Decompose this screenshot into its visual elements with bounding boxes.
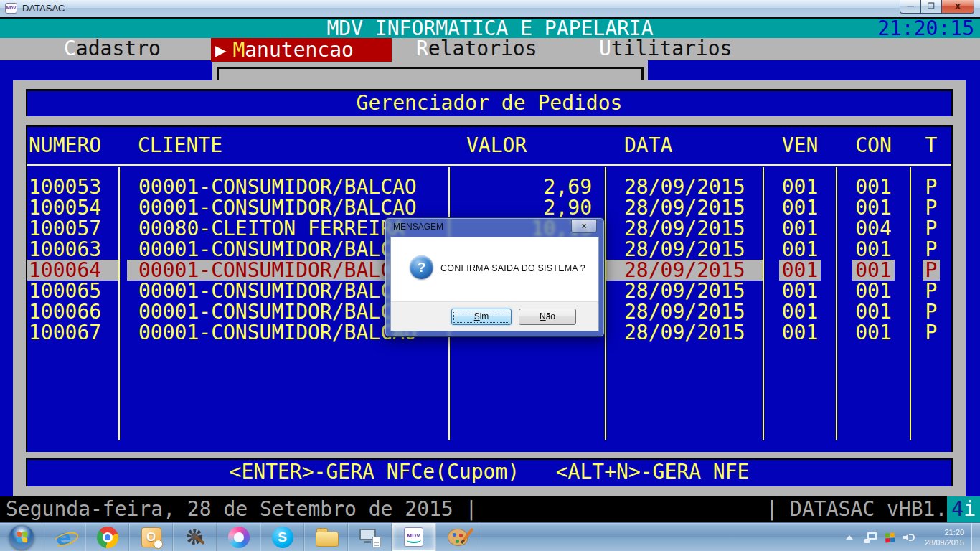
- restore-button[interactable]: ❐: [921, 0, 941, 14]
- avg-antivirus-icon[interactable]: [885, 532, 895, 542]
- cell-numero: 100064: [27, 260, 118, 281]
- confirm-exit-dialog: MENSAGEM x ? CONFIRMA SAIDA DO SISTEMA ?…: [385, 217, 605, 337]
- cell-data: 28/09/2015: [606, 322, 763, 343]
- cell-numero: 100067: [27, 322, 118, 343]
- outlook-icon: O: [141, 527, 161, 547]
- taskbar-item-mdv-datasac[interactable]: MDV: [392, 523, 435, 551]
- cell-data: 28/09/2015: [606, 218, 763, 239]
- show-desktop-button[interactable]: [971, 523, 980, 551]
- cell-con: 001: [836, 176, 911, 197]
- system-info-icon: [359, 527, 381, 547]
- dialog-title[interactable]: MENSAGEM: [393, 222, 443, 232]
- tray-time: 21:20: [925, 527, 964, 537]
- tray-date: 28/09/2015: [925, 537, 964, 547]
- skype-icon: S: [272, 527, 293, 548]
- column-header-valor: VALOR: [466, 127, 527, 164]
- table-header-row: NUMERO CLIENTE VALOR DATA VEN CON T: [27, 127, 951, 164]
- volume-icon[interactable]: [903, 532, 915, 542]
- column-header-numero: NUMERO: [29, 127, 101, 164]
- cell-t: P: [911, 260, 951, 281]
- version-text: | DATASAC vHB1.: [765, 497, 947, 521]
- minimize-button[interactable]: —: [900, 0, 921, 14]
- paint-icon: [448, 529, 468, 546]
- taskbar-item-outlook[interactable]: O: [129, 523, 173, 551]
- cell-valor: 2,90: [450, 197, 605, 218]
- mdv-datasac-icon: MDV: [404, 527, 423, 547]
- table-row[interactable]: 10005400001-CONSUMIDOR/BALCAO2,9028/09/2…: [27, 197, 951, 218]
- close-button[interactable]: x: [941, 0, 974, 14]
- menu-label: Utilitarios: [599, 38, 732, 60]
- status-version: | DATASAC vHB1.4i: [765, 496, 980, 522]
- cell-ven: 001: [763, 322, 837, 343]
- taskbar: e O S: [0, 522, 980, 551]
- cell-cliente: 00001-CONSUMIDOR/BALCAO: [127, 176, 448, 197]
- taskbar-item-system-info[interactable]: [348, 523, 392, 551]
- tray-clock[interactable]: 21:20 28/09/2015: [925, 527, 964, 547]
- spark-browser-icon: [228, 527, 250, 548]
- menu-item-relatorios[interactable]: Relatorios: [416, 38, 537, 60]
- cell-con: 001: [836, 239, 911, 260]
- cell-ven: 001: [763, 260, 837, 281]
- cell-ven: 001: [763, 239, 837, 260]
- taskbar-item-internet-explorer[interactable]: e: [42, 523, 85, 551]
- cell-con: 001: [836, 197, 911, 218]
- menu-bar: Cadastro ▶ Manutencao Relatorios Utilita…: [0, 38, 980, 60]
- taskbar-item-spark-browser[interactable]: [217, 523, 260, 551]
- status-bar: Segunda-feira, 28 de Setembro de 2015 | …: [0, 496, 980, 522]
- menu-label: Cadastro: [64, 38, 161, 60]
- column-header-con: CON: [836, 127, 911, 164]
- start-button[interactable]: [1, 523, 42, 551]
- cell-cliente: 00001-CONSUMIDOR/BALCAO: [127, 197, 448, 218]
- column-header-cliente: CLIENTE: [138, 127, 222, 164]
- menu-item-utilitarios[interactable]: Utilitarios: [599, 38, 732, 60]
- cell-numero: 100065: [27, 281, 118, 301]
- dialog-button-strip: Sim Não: [391, 301, 598, 331]
- taskbar-item-file-explorer[interactable]: [304, 523, 348, 551]
- cell-data: 28/09/2015: [606, 260, 763, 281]
- cell-numero: 100057: [27, 218, 118, 239]
- window-icon: MDV: [5, 3, 17, 14]
- open-menu-dropdown: [212, 60, 648, 80]
- cell-t: P: [911, 176, 951, 197]
- cell-ven: 001: [763, 176, 837, 197]
- cell-con: 001: [836, 322, 911, 343]
- cell-con: 001: [836, 301, 911, 322]
- cell-con: 004: [836, 218, 911, 239]
- taskbar-item-paint[interactable]: [435, 523, 479, 551]
- yes-button[interactable]: Sim: [451, 309, 512, 325]
- menu-item-cadastro[interactable]: Cadastro: [64, 38, 161, 60]
- cell-valor: 2,69: [450, 176, 605, 197]
- cell-t: P: [911, 322, 951, 343]
- network-icon[interactable]: [864, 532, 877, 543]
- cell-ven: 001: [763, 218, 837, 239]
- cell-t: P: [911, 197, 951, 218]
- cell-data: 28/09/2015: [606, 301, 763, 322]
- app-title: MDV INFORMATICA E PAPELARIA: [0, 19, 980, 38]
- taskbar-items: e O S: [1, 523, 479, 551]
- dialog-message: CONFIRMA SAIDA DO SISTEMA ?: [440, 263, 585, 273]
- taskbar-item-skype[interactable]: S: [260, 523, 304, 551]
- app-header-bar: MDV INFORMATICA E PAPELARIA 21:20:15: [0, 19, 980, 38]
- window-title: DATASAC: [22, 3, 65, 14]
- internet-explorer-icon: e: [56, 527, 71, 548]
- dropdown-border: [217, 67, 644, 82]
- system-tray: 21:20 28/09/2015: [846, 523, 980, 551]
- no-button[interactable]: Não: [519, 309, 576, 325]
- chrome-icon: [97, 527, 118, 548]
- cell-data: 28/09/2015: [606, 176, 763, 197]
- menu-item-manutencao[interactable]: ▶ Manutencao: [211, 38, 392, 62]
- grid-title: Gerenciador de Pedidos: [27, 91, 951, 115]
- column-header-t: T: [911, 127, 951, 164]
- menu-label: Manutencao: [232, 39, 354, 61]
- cell-data: 28/09/2015: [606, 197, 763, 218]
- windows-orb-icon: [9, 525, 34, 550]
- cell-ven: 001: [763, 301, 837, 322]
- screen: MDV DATASAC — ❐ x MDV INFORMATICA E PAPE…: [0, 0, 980, 551]
- cell-t: P: [911, 218, 951, 239]
- taskbar-item-chrome[interactable]: [85, 523, 129, 551]
- hidden-icons-arrow[interactable]: [846, 535, 853, 540]
- cell-data: 28/09/2015: [606, 239, 763, 260]
- dialog-close-button[interactable]: x: [571, 220, 597, 233]
- table-row[interactable]: 10005300001-CONSUMIDOR/BALCAO2,6928/09/2…: [27, 176, 951, 197]
- taskbar-item-dev-tools[interactable]: [173, 523, 217, 551]
